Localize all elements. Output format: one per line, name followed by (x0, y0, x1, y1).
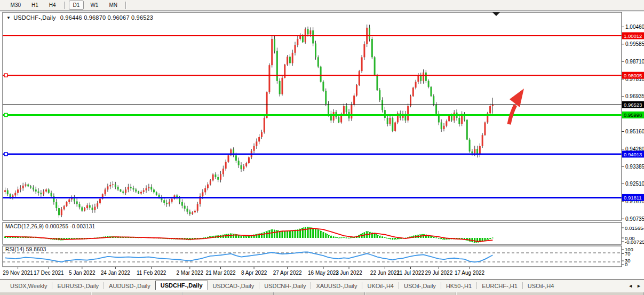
candle-body-bear (276, 51, 278, 81)
candle-body-bull (222, 169, 224, 174)
symbol-tab-usdchf-daily[interactable]: USDCHF-,Daily (155, 281, 208, 290)
candle-body-bull (202, 192, 203, 196)
candle-body-bear (469, 140, 471, 152)
x-axis-date-label: 29 Jul 2022 (425, 270, 453, 276)
symbol-tab-usdcad-daily[interactable]: USDCAD-,Daily (208, 281, 259, 291)
symbol-tab-audusd-daily[interactable]: AUDUSD-,Daily (104, 281, 155, 291)
candle-body-bull (297, 39, 298, 45)
timeframe-button-D1[interactable]: D1 (69, 1, 84, 10)
candle-body-bear (369, 28, 370, 39)
candle-body-bull (359, 71, 360, 85)
macd-histogram-bar (287, 231, 288, 238)
candle-body-bear (328, 104, 329, 114)
candle-body-bear (181, 202, 183, 206)
candle-body-bull (245, 163, 247, 166)
x-axis-date-label: 21 Mar 2022 (205, 270, 236, 276)
symbol-tab-usoil-daily[interactable]: USOil-,Daily (399, 281, 441, 291)
candle-body-bear (89, 205, 91, 208)
candle-body-bear (235, 155, 237, 161)
hline-handle-0.95998[interactable] (4, 113, 7, 116)
symbol-tab-usoil-h4[interactable]: USOil-,H4 (523, 281, 559, 291)
x-axis-date-label: 17 Aug 2022 (455, 270, 485, 276)
chart-legend-symbol: USDCHF-,Daily (13, 14, 56, 21)
candle-body-bear (238, 161, 240, 165)
candle-body-bear (441, 122, 442, 129)
candle-body-bull (169, 202, 170, 204)
macd-histogram-bar (484, 238, 486, 241)
candle-body-bull (287, 57, 288, 65)
candle-body-bear (117, 187, 119, 189)
candle-body-bear (135, 189, 137, 192)
timeframe-button-W1[interactable]: W1 (86, 1, 102, 10)
y-axis-tick-label: 1.00460 (625, 24, 644, 30)
candle-body-bear (346, 106, 347, 112)
macd-histogram-bar (284, 232, 285, 238)
candle-body-bear (74, 198, 75, 202)
candle-body-bull (446, 121, 447, 126)
timeframe-button-H1[interactable]: H1 (27, 1, 43, 10)
candle-body-bull (86, 205, 88, 208)
candle-body-bear (138, 192, 139, 194)
candle-body-bear (322, 82, 324, 91)
timeframe-button-M30[interactable]: M30 (6, 1, 25, 10)
candle-body-bull (484, 122, 486, 135)
macd-histogram-bar (374, 234, 376, 238)
candle-body-bear (451, 115, 452, 121)
candle-body-bear (130, 187, 132, 188)
symbol-tab-usdx-weekly[interactable]: USDX,Weekly (5, 281, 52, 291)
candle-body-bull (66, 202, 67, 206)
candle-body-bull (261, 132, 263, 137)
symbol-tab-xauusd-daily[interactable]: XAUUSD-,Daily (311, 281, 362, 291)
candle-body-bull (97, 203, 98, 206)
price-badge-label: 0.96523 (624, 102, 642, 108)
candle-body-bull (295, 45, 296, 53)
candle-body-bear (317, 57, 319, 66)
candle-body-bull (363, 44, 365, 57)
candle-body-bear (320, 67, 322, 82)
symbol-tab-hk50-h1[interactable]: HK50-,H1 (441, 281, 476, 291)
candle-body-bear (30, 186, 31, 187)
status-segment (547, 292, 644, 295)
timeframe-button-5[interactable]: 5 (0, 1, 4, 10)
x-axis-date-label: 22 Jun 2022 (370, 270, 400, 276)
hline-handle-0.98005[interactable] (4, 74, 7, 77)
status-segment (274, 292, 365, 295)
hline-handle-0.94013[interactable] (4, 153, 7, 156)
timeframe-button-H4[interactable]: H4 (45, 1, 60, 10)
candle-body-bull (281, 78, 283, 94)
macd-histogram-bar (312, 228, 314, 238)
candle-body-bull (197, 204, 198, 211)
candle-body-bear (35, 189, 37, 192)
candle-body-bear (371, 39, 373, 57)
status-segment (182, 292, 274, 295)
status-segment (0, 292, 91, 295)
toolbar-separator (125, 2, 126, 9)
y-axis-tick-label: 0.95160 (625, 129, 644, 134)
timeframe-button-MN[interactable]: MN (105, 1, 122, 10)
candle-body-bull (243, 166, 244, 170)
symbol-tab-eurusd-daily[interactable]: EURUSD-,Daily (52, 281, 104, 291)
candle-body-bull (212, 174, 214, 180)
candle-body-bear (81, 208, 83, 211)
macd-histogram-bar (322, 232, 324, 238)
macd-label-values: 0.000255 -0.003131 (45, 224, 95, 229)
main-chart-panel (3, 12, 622, 220)
tab-scroll-left-icon[interactable]: ◄ (628, 283, 633, 289)
chart-dropdown-icon[interactable]: ▼ (6, 15, 11, 20)
symbol-tab-usdcnh-daily[interactable]: USDCNH-,Daily (259, 281, 311, 291)
candle-body-bull (415, 82, 417, 87)
candle-body-bull (256, 141, 257, 146)
candle-body-bear (184, 206, 186, 209)
candle-body-bear (179, 198, 180, 202)
symbol-tab-ukoil-h4[interactable]: UKOil-,H4 (362, 281, 399, 291)
mt4-window: 5M30H1H4D1W1MN ▼USDCHF-,Daily0.96446 0.9… (0, 0, 644, 295)
candle-body-bull (171, 199, 173, 202)
candle-body-bear (166, 203, 168, 204)
rsi-panel (3, 246, 622, 267)
symbol-tab-eurchf-h1[interactable]: EURCHF-,H1 (477, 281, 522, 291)
macd-panel (3, 222, 622, 244)
candle-body-bull (63, 206, 65, 209)
macd-histogram-bar (487, 238, 488, 240)
tab-scroll-right-icon[interactable]: ► (637, 283, 641, 289)
candle-body-bear (430, 87, 432, 96)
